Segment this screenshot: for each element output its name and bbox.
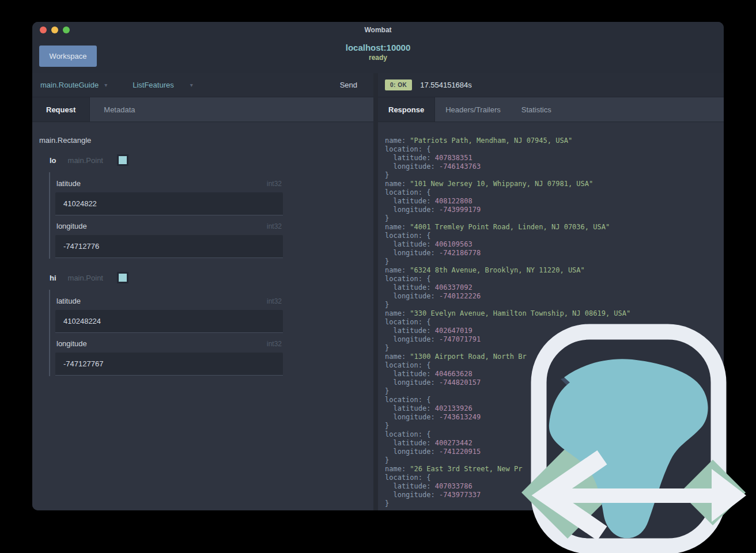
field-label-row: latitude int32 bbox=[56, 297, 282, 305]
request-form: main.Rectangle lo main.Point latitude in… bbox=[32, 122, 373, 510]
send-button[interactable]: Send bbox=[340, 81, 357, 89]
response-duration: 17.554151684s bbox=[420, 81, 472, 89]
request-toolbar: main.RouteGuide ▾ ListFeatures ▾ Send bbox=[32, 73, 373, 97]
lo-latitude-input[interactable] bbox=[55, 192, 283, 215]
titlebar: Wombat bbox=[32, 22, 724, 37]
window-title: Wombat bbox=[364, 26, 391, 34]
field-name: lo bbox=[50, 156, 56, 165]
field-type-badge: int32 bbox=[267, 297, 282, 305]
app-header: Workspace localhost:10000 ready bbox=[32, 37, 724, 73]
server-status: ready bbox=[32, 54, 724, 62]
response-toolbar: 0: OK 17.554151684s bbox=[378, 73, 724, 97]
field-group-lo: latitude int32 longitude int32 bbox=[49, 172, 283, 259]
tab-response[interactable]: Response bbox=[378, 97, 435, 122]
response-pane: 0: OK 17.554151684s Response Headers/Tra… bbox=[378, 73, 724, 510]
field-group-hi: latitude int32 longitude int32 bbox=[49, 290, 283, 376]
message-type-label: main.Rectangle bbox=[39, 136, 373, 145]
checkbox-fill-icon bbox=[119, 156, 127, 164]
point-expand-checkbox[interactable] bbox=[117, 154, 128, 166]
field-type-badge: int32 bbox=[267, 340, 282, 348]
response-tab-bar: Response Headers/Trailers Statistics bbox=[378, 97, 724, 122]
field-type-badge: int32 bbox=[267, 180, 282, 188]
checkbox-fill-icon bbox=[119, 274, 127, 282]
server-address: localhost:10000 bbox=[32, 43, 724, 54]
field-label-row: longitude int32 bbox=[56, 222, 282, 230]
field-label: latitude bbox=[56, 179, 81, 188]
field-type: main.Point bbox=[68, 156, 103, 165]
request-tab-bar: Request Metadata bbox=[32, 97, 373, 122]
field-label: latitude bbox=[56, 297, 81, 305]
minimize-window-icon[interactable] bbox=[51, 26, 58, 33]
field-name: hi bbox=[50, 274, 56, 282]
service-select[interactable]: main.RouteGuide bbox=[40, 81, 99, 89]
tab-statistics[interactable]: Statistics bbox=[511, 97, 562, 122]
field-type: main.Point bbox=[68, 274, 103, 282]
field-header-lo: lo main.Point bbox=[50, 154, 373, 166]
tab-headers-trailers[interactable]: Headers/Trailers bbox=[435, 97, 511, 122]
zoom-window-icon[interactable] bbox=[63, 26, 70, 33]
field-label-row: longitude int32 bbox=[56, 339, 282, 348]
lo-longitude-input[interactable] bbox=[55, 235, 283, 258]
field-header-hi: hi main.Point bbox=[50, 272, 373, 283]
chevron-down-icon[interactable]: ▾ bbox=[190, 82, 193, 88]
main-split: main.RouteGuide ▾ ListFeatures ▾ Send Re… bbox=[32, 73, 724, 510]
window-controls bbox=[40, 26, 70, 33]
app-window: Wombat Workspace localhost:10000 ready m… bbox=[32, 22, 724, 510]
chevron-down-icon[interactable]: ▾ bbox=[104, 82, 107, 88]
tab-request[interactable]: Request bbox=[32, 97, 90, 122]
response-output[interactable]: name: "Patriots Path, Mendham, NJ 07945,… bbox=[378, 122, 724, 508]
close-window-icon[interactable] bbox=[40, 26, 47, 33]
field-label: longitude bbox=[56, 339, 87, 348]
method-select[interactable]: ListFeatures bbox=[133, 81, 174, 89]
point-expand-checkbox[interactable] bbox=[117, 272, 128, 283]
status-badge: 0: OK bbox=[385, 79, 412, 90]
field-label-row: latitude int32 bbox=[56, 179, 282, 188]
hi-longitude-input[interactable] bbox=[55, 353, 283, 376]
field-label: longitude bbox=[56, 222, 87, 230]
hi-latitude-input[interactable] bbox=[55, 310, 283, 333]
response-content: name: "Patriots Path, Mendham, NJ 07945,… bbox=[378, 122, 724, 510]
server-info: localhost:10000 ready bbox=[32, 43, 724, 62]
tab-metadata[interactable]: Metadata bbox=[90, 97, 149, 122]
request-pane: main.RouteGuide ▾ ListFeatures ▾ Send Re… bbox=[32, 73, 373, 510]
pane-splitter[interactable] bbox=[373, 73, 378, 510]
field-type-badge: int32 bbox=[267, 222, 282, 230]
